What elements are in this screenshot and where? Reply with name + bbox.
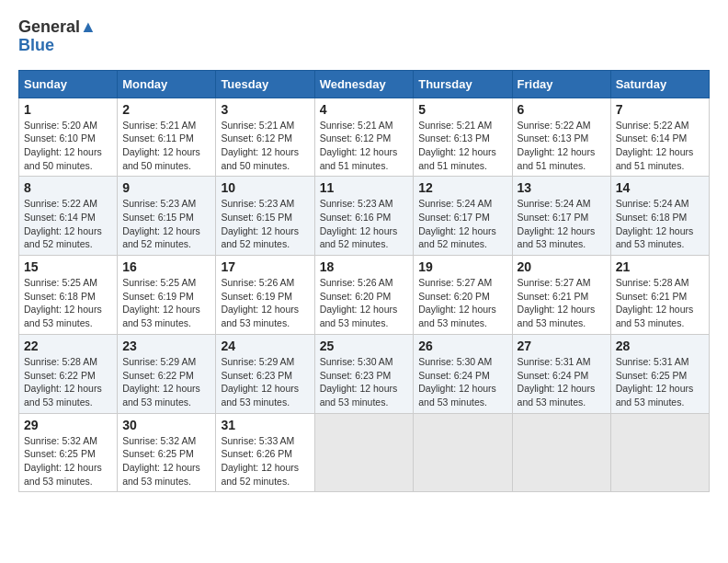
- day-info: Sunrise: 5:31 AMSunset: 6:25 PMDaylight:…: [616, 356, 694, 408]
- day-number: 1: [24, 102, 112, 117]
- weekday-header: Tuesday: [216, 70, 314, 98]
- calendar-cell: 9 Sunrise: 5:23 AMSunset: 6:15 PMDayligh…: [118, 177, 216, 256]
- day-number: 16: [122, 259, 210, 274]
- day-number: 7: [616, 102, 704, 117]
- day-info: Sunrise: 5:21 AMSunset: 6:12 PMDaylight:…: [320, 120, 398, 171]
- day-number: 21: [616, 259, 704, 274]
- day-number: 18: [320, 259, 409, 274]
- day-info: Sunrise: 5:21 AMSunset: 6:11 PMDaylight:…: [122, 120, 200, 171]
- day-info: Sunrise: 5:24 AMSunset: 6:17 PMDaylight:…: [518, 198, 596, 249]
- calendar-cell: 4 Sunrise: 5:21 AMSunset: 6:12 PMDayligh…: [314, 98, 414, 177]
- calendar-cell: 22 Sunrise: 5:28 AMSunset: 6:22 PMDaylig…: [19, 334, 118, 413]
- calendar-cell: 20 Sunrise: 5:27 AMSunset: 6:21 PMDaylig…: [512, 256, 610, 335]
- calendar-cell: 30 Sunrise: 5:32 AMSunset: 6:25 PMDaylig…: [118, 413, 216, 492]
- calendar-cell: 21 Sunrise: 5:28 AMSunset: 6:21 PMDaylig…: [610, 256, 709, 335]
- day-info: Sunrise: 5:22 AMSunset: 6:14 PMDaylight:…: [24, 198, 102, 249]
- calendar-cell: 12 Sunrise: 5:24 AMSunset: 6:17 PMDaylig…: [414, 177, 512, 256]
- calendar-cell: 19 Sunrise: 5:27 AMSunset: 6:20 PMDaylig…: [414, 256, 512, 335]
- day-number: 24: [221, 339, 309, 353]
- calendar-cell: 10 Sunrise: 5:23 AMSunset: 6:15 PMDaylig…: [216, 177, 314, 256]
- calendar-cell: 1 Sunrise: 5:20 AMSunset: 6:10 PMDayligh…: [19, 98, 118, 177]
- header: General▲ Blue: [18, 18, 710, 55]
- day-number: 4: [320, 102, 409, 117]
- day-number: 5: [418, 102, 506, 117]
- day-number: 8: [24, 180, 112, 195]
- day-number: 27: [518, 339, 606, 353]
- weekday-header: Thursday: [414, 70, 512, 98]
- weekday-header-row: SundayMondayTuesdayWednesdayThursdayFrid…: [19, 70, 710, 98]
- calendar-cell: 23 Sunrise: 5:29 AMSunset: 6:22 PMDaylig…: [118, 334, 216, 413]
- calendar-cell: 28 Sunrise: 5:31 AMSunset: 6:25 PMDaylig…: [610, 334, 709, 413]
- calendar-cell: 2 Sunrise: 5:21 AMSunset: 6:11 PMDayligh…: [118, 98, 216, 177]
- day-number: 23: [122, 339, 210, 353]
- calendar-cell: 29 Sunrise: 5:32 AMSunset: 6:25 PMDaylig…: [19, 413, 118, 492]
- calendar-cell: 31 Sunrise: 5:33 AMSunset: 6:26 PMDaylig…: [216, 413, 314, 492]
- calendar-cell: 6 Sunrise: 5:22 AMSunset: 6:13 PMDayligh…: [512, 98, 610, 177]
- day-info: Sunrise: 5:30 AMSunset: 6:24 PMDaylight:…: [418, 356, 496, 408]
- day-number: 3: [221, 102, 309, 117]
- day-info: Sunrise: 5:32 AMSunset: 6:25 PMDaylight:…: [24, 435, 102, 487]
- calendar-cell: [512, 413, 610, 492]
- calendar-cell: [414, 413, 512, 492]
- day-number: 29: [24, 418, 112, 432]
- day-info: Sunrise: 5:29 AMSunset: 6:22 PMDaylight:…: [122, 356, 200, 408]
- day-info: Sunrise: 5:31 AMSunset: 6:24 PMDaylight:…: [518, 356, 596, 408]
- day-info: Sunrise: 5:21 AMSunset: 6:13 PMDaylight:…: [418, 120, 496, 171]
- day-info: Sunrise: 5:29 AMSunset: 6:23 PMDaylight:…: [221, 356, 299, 408]
- calendar-row: 29 Sunrise: 5:32 AMSunset: 6:25 PMDaylig…: [19, 413, 710, 492]
- calendar-cell: 26 Sunrise: 5:30 AMSunset: 6:24 PMDaylig…: [414, 334, 512, 413]
- day-info: Sunrise: 5:24 AMSunset: 6:17 PMDaylight:…: [418, 198, 496, 249]
- day-number: 31: [221, 418, 309, 432]
- calendar-cell: 3 Sunrise: 5:21 AMSunset: 6:12 PMDayligh…: [216, 98, 314, 177]
- weekday-header: Monday: [118, 70, 216, 98]
- day-info: Sunrise: 5:24 AMSunset: 6:18 PMDaylight:…: [616, 198, 694, 249]
- day-number: 28: [616, 339, 704, 353]
- day-number: 14: [616, 180, 704, 195]
- day-info: Sunrise: 5:23 AMSunset: 6:15 PMDaylight:…: [221, 198, 299, 249]
- day-info: Sunrise: 5:27 AMSunset: 6:21 PMDaylight:…: [518, 277, 596, 328]
- day-info: Sunrise: 5:25 AMSunset: 6:19 PMDaylight:…: [122, 277, 200, 328]
- calendar-cell: 14 Sunrise: 5:24 AMSunset: 6:18 PMDaylig…: [610, 177, 709, 256]
- calendar-cell: 5 Sunrise: 5:21 AMSunset: 6:13 PMDayligh…: [414, 98, 512, 177]
- calendar-cell: 15 Sunrise: 5:25 AMSunset: 6:18 PMDaylig…: [19, 256, 118, 335]
- day-info: Sunrise: 5:25 AMSunset: 6:18 PMDaylight:…: [24, 277, 102, 328]
- calendar-cell: 7 Sunrise: 5:22 AMSunset: 6:14 PMDayligh…: [610, 98, 709, 177]
- day-info: Sunrise: 5:22 AMSunset: 6:14 PMDaylight:…: [616, 120, 694, 171]
- calendar-row: 15 Sunrise: 5:25 AMSunset: 6:18 PMDaylig…: [19, 256, 710, 335]
- calendar-row: 22 Sunrise: 5:28 AMSunset: 6:22 PMDaylig…: [19, 334, 710, 413]
- day-info: Sunrise: 5:30 AMSunset: 6:23 PMDaylight:…: [320, 356, 398, 408]
- calendar-row: 8 Sunrise: 5:22 AMSunset: 6:14 PMDayligh…: [19, 177, 710, 256]
- day-info: Sunrise: 5:20 AMSunset: 6:10 PMDaylight:…: [24, 120, 102, 171]
- day-info: Sunrise: 5:28 AMSunset: 6:21 PMDaylight:…: [616, 277, 694, 328]
- day-number: 15: [24, 259, 112, 274]
- calendar-cell: 16 Sunrise: 5:25 AMSunset: 6:19 PMDaylig…: [118, 256, 216, 335]
- calendar-cell: 8 Sunrise: 5:22 AMSunset: 6:14 PMDayligh…: [19, 177, 118, 256]
- day-info: Sunrise: 5:27 AMSunset: 6:20 PMDaylight:…: [418, 277, 496, 328]
- day-info: Sunrise: 5:22 AMSunset: 6:13 PMDaylight:…: [518, 120, 596, 171]
- day-info: Sunrise: 5:28 AMSunset: 6:22 PMDaylight:…: [24, 356, 102, 408]
- calendar-cell: 18 Sunrise: 5:26 AMSunset: 6:20 PMDaylig…: [314, 256, 414, 335]
- calendar-row: 1 Sunrise: 5:20 AMSunset: 6:10 PMDayligh…: [19, 98, 710, 177]
- logo: General▲ Blue: [18, 18, 97, 55]
- day-info: Sunrise: 5:32 AMSunset: 6:25 PMDaylight:…: [122, 435, 200, 487]
- day-info: Sunrise: 5:21 AMSunset: 6:12 PMDaylight:…: [221, 120, 299, 171]
- calendar-cell: [314, 413, 414, 492]
- day-number: 19: [418, 259, 506, 274]
- day-number: 10: [221, 180, 309, 195]
- calendar-cell: 17 Sunrise: 5:26 AMSunset: 6:19 PMDaylig…: [216, 256, 314, 335]
- calendar-cell: 24 Sunrise: 5:29 AMSunset: 6:23 PMDaylig…: [216, 334, 314, 413]
- day-number: 6: [518, 102, 606, 117]
- day-info: Sunrise: 5:33 AMSunset: 6:26 PMDaylight:…: [221, 435, 299, 487]
- day-number: 20: [518, 259, 606, 274]
- calendar-cell: [610, 413, 709, 492]
- calendar-cell: 11 Sunrise: 5:23 AMSunset: 6:16 PMDaylig…: [314, 177, 414, 256]
- day-number: 11: [320, 180, 409, 195]
- calendar-cell: 25 Sunrise: 5:30 AMSunset: 6:23 PMDaylig…: [314, 334, 414, 413]
- day-number: 26: [418, 339, 506, 353]
- weekday-header: Sunday: [19, 70, 118, 98]
- day-number: 17: [221, 259, 309, 274]
- weekday-header: Saturday: [610, 70, 709, 98]
- day-info: Sunrise: 5:23 AMSunset: 6:15 PMDaylight:…: [122, 198, 200, 249]
- day-number: 22: [24, 339, 112, 353]
- day-info: Sunrise: 5:26 AMSunset: 6:20 PMDaylight:…: [320, 277, 398, 328]
